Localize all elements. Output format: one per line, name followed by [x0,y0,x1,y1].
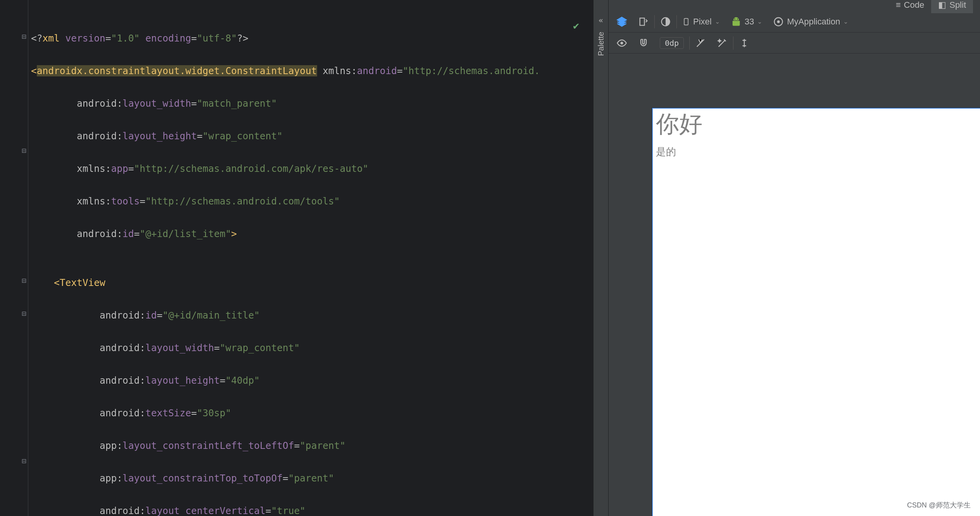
device-canvas[interactable]: 你好 是的 [609,54,980,516]
svg-point-2 [734,18,735,19]
fold-end-icon[interactable]: ⊟ [21,277,27,284]
svg-rect-1 [684,18,688,25]
split-icon: ◧ [938,0,946,10]
night-mode-button[interactable] [655,11,676,32]
guidelines-button[interactable] [733,33,755,53]
gutter: ⊟ ⊟ ⊟ ⊟ ⊟ [0,0,29,516]
watermark-text: CSDN @师范大学生 [907,500,971,510]
clear-constraints-button[interactable] [690,33,711,53]
guideline-icon [739,38,750,48]
tab-code-label: Code [904,0,925,10]
tab-code[interactable]: ≡ Code [889,0,931,13]
chevron-down-icon: ⌄ [843,18,848,25]
design-surface-button[interactable] [611,11,633,32]
design-toolbar-2: 0dp [609,33,980,54]
preview-subtitle[interactable]: 是的 [653,136,980,159]
code-icon: ≡ [896,0,901,10]
eye-icon [616,38,627,48]
magnet-icon [638,38,649,48]
layout-preview-pane: ≡ Code ◧ Split Pixel ⌄ [609,0,980,516]
default-margin-button[interactable]: 0dp [654,33,689,53]
chevron-down-icon: ⌄ [715,18,720,25]
view-mode-tabs: ≡ Code ◧ Split [889,0,973,13]
fold-icon[interactable]: ⊟ [21,147,27,154]
orientation-button[interactable] [633,11,654,32]
phone-icon [682,16,690,27]
rotate-icon [638,16,649,27]
layout-preview-surface[interactable]: 你好 是的 [652,108,980,516]
android-icon [731,16,742,27]
clear-constraints-icon [695,38,706,48]
chevron-down-icon: ⌄ [757,18,762,25]
infer-constraints-button[interactable] [711,33,733,53]
code-editor[interactable]: ⊟ ⊟ ⊟ ⊟ ⊟ <?xml version="1.0" encoding="… [0,0,593,516]
svg-point-3 [737,18,738,19]
api-selector[interactable]: 33 ⌄ [725,11,768,32]
autoconnect-button[interactable] [633,33,654,53]
contrast-icon [660,16,671,27]
code-area[interactable]: <?xml version="1.0" encoding="utf-8"?> <… [29,0,593,516]
preview-main-title[interactable]: 你好 [653,109,980,136]
device-label: Pixel [693,17,712,27]
tab-split-label: Split [949,0,966,10]
theme-label: MyApplication [787,17,840,27]
layers-icon [616,16,627,27]
theme-icon [773,16,784,27]
theme-selector[interactable]: MyApplication ⌄ [768,11,854,32]
view-options-button[interactable] [611,33,633,53]
design-toolbar: Pixel ⌄ 33 ⌄ MyApplication ⌄ [609,11,980,33]
device-selector[interactable]: Pixel ⌄ [677,11,725,32]
palette-label[interactable]: Palette [597,32,606,56]
fold-icon[interactable]: ⊟ [21,33,27,40]
wand-icon [717,38,728,48]
api-label: 33 [745,17,754,27]
inspection-ok-icon[interactable]: ✔ [573,17,579,34]
palette-chevron-icon[interactable]: « [597,16,605,24]
svg-point-5 [777,20,780,23]
fold-end-icon[interactable]: ⊟ [21,458,27,464]
svg-point-6 [621,42,623,44]
tab-split[interactable]: ◧ Split [931,0,973,13]
palette-sidebar[interactable]: « Palette [593,0,609,516]
fold-icon[interactable]: ⊟ [21,310,27,317]
dp-value: 0dp [660,37,684,49]
